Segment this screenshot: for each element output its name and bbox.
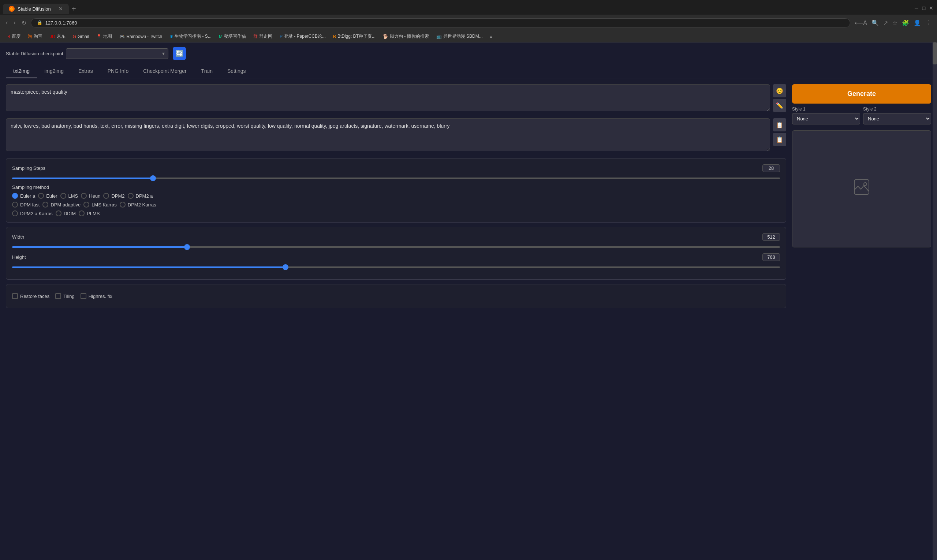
tiling-input[interactable] <box>55 293 61 299</box>
bookmark-taobao[interactable]: 淘 淘宝 <box>25 32 45 40</box>
radio-euler-a[interactable]: Euler a <box>12 193 35 199</box>
radio-dpm2-a[interactable]: DPM2 a <box>128 193 153 199</box>
height-slider[interactable] <box>12 266 780 268</box>
highres-fix-input[interactable] <box>80 293 86 299</box>
checkbox-row: Restore faces Tiling Highres. fix <box>12 290 780 302</box>
bookmark-icon: 🐕 <box>383 34 388 39</box>
radio-heun[interactable]: Heun <box>81 193 100 199</box>
radio-dpm-adaptive[interactable]: DPM adaptive <box>43 202 80 208</box>
tab-img2img[interactable]: img2img <box>37 65 71 78</box>
radio-dpm2-input[interactable] <box>103 193 109 199</box>
bookmark-anime[interactable]: 📺 异世界动漫 SBDM... <box>433 32 486 40</box>
radio-lms-label: LMS <box>68 193 78 199</box>
generate-btn[interactable]: Generate <box>792 84 931 103</box>
radio-dpm2-karras-input[interactable] <box>120 202 126 208</box>
style1-group: Style 1 None <box>792 106 860 125</box>
bookmark-more[interactable]: » <box>487 33 495 40</box>
highres-fix-checkbox[interactable]: Highres. fix <box>80 293 112 299</box>
radio-lms[interactable]: LMS <box>60 193 78 199</box>
bookmark-paperccb[interactable]: P 登录 - PaperCCB论... <box>277 32 329 40</box>
bookmark-jd[interactable]: JD 京东 <box>47 32 68 40</box>
radio-lms-karras-input[interactable] <box>83 202 89 208</box>
translate-btn[interactable]: ⟵A <box>853 18 869 28</box>
bookmark-icon: P <box>280 34 283 39</box>
tab-txt2img[interactable]: txt2img <box>6 65 37 78</box>
sampling-steps-slider[interactable] <box>12 177 780 179</box>
bookmark-label: 淘宝 <box>34 33 43 40</box>
forward-btn[interactable]: › <box>12 18 17 28</box>
edit-pen-btn[interactable]: ✏️ <box>773 99 786 112</box>
bookmark-qunzou[interactable]: 群 群走网 <box>250 32 275 40</box>
width-slider[interactable] <box>12 246 780 248</box>
bookmark-btdigg[interactable]: B BtDigg: BT种子资... <box>330 32 378 40</box>
minimize-btn[interactable]: ─ <box>914 5 919 11</box>
address-bar[interactable]: 🔒 127.0.0.1:7860 <box>31 18 851 28</box>
bookmark-bio[interactable]: ❄ 生物学习指南 - S... <box>166 32 214 40</box>
face-emoji-btn[interactable]: 😊 <box>773 84 786 97</box>
browser-tab-active[interactable]: 🔶 Stable Diffusion ✕ <box>3 4 69 14</box>
zoom-btn[interactable]: 🔍 <box>870 18 880 28</box>
radio-euler-input[interactable] <box>38 193 44 199</box>
radio-lms-karras[interactable]: LMS Karras <box>83 202 117 208</box>
tiling-checkbox[interactable]: Tiling <box>55 293 75 299</box>
menu-btn[interactable]: ⋮ <box>924 18 932 28</box>
tiling-label: Tiling <box>63 294 75 299</box>
bookmark-icon: B <box>333 34 336 39</box>
radio-ddim[interactable]: DDIM <box>55 211 76 216</box>
style2-select[interactable]: None <box>863 113 931 125</box>
radio-dpm2-a-input[interactable] <box>128 193 134 199</box>
bookmark-baidu[interactable]: B 百度 <box>5 32 23 40</box>
tab-bar: 🔶 Stable Diffusion ✕ + ─ □ ✕ <box>0 0 937 15</box>
scrollbar-thumb[interactable] <box>932 43 937 65</box>
restore-faces-checkbox[interactable]: Restore faces <box>12 293 49 299</box>
positive-prompt-input[interactable]: masterpiece, best quality <box>6 84 770 111</box>
radio-dpm2[interactable]: DPM2 <box>103 193 125 199</box>
share-btn[interactable]: ↗ <box>882 18 889 28</box>
close-btn[interactable]: ✕ <box>928 5 934 11</box>
radio-dpm2-karras[interactable]: DPM2 Karras <box>120 202 156 208</box>
positive-prompt-actions: 😊 ✏️ <box>773 84 786 115</box>
tab-close-btn[interactable]: ✕ <box>58 6 63 12</box>
tab-png-info[interactable]: PNG Info <box>100 65 136 78</box>
paste2-btn[interactable]: 📋 <box>773 133 786 146</box>
extensions-btn[interactable]: 🧩 <box>900 18 911 28</box>
radio-dpm-fast[interactable]: DPM fast <box>12 202 40 208</box>
bookmark-twitch[interactable]: 🎮 Rainbow6 - Twitch <box>116 33 165 40</box>
radio-ddim-input[interactable] <box>55 211 62 216</box>
radio-heun-input[interactable] <box>81 193 87 199</box>
radio-dpm-fast-input[interactable] <box>12 202 18 208</box>
checkpoint-select[interactable] <box>66 48 168 59</box>
bookmark-label: 磁力狗 - 懂你的搜索 <box>390 33 429 40</box>
tab-settings[interactable]: Settings <box>220 65 253 78</box>
sampling-method-label: Sampling method <box>12 185 780 190</box>
bookmark-gmail[interactable]: G Gmail <box>70 33 92 40</box>
bookmark-cigou[interactable]: 🐕 磁力狗 - 懂你的搜索 <box>380 32 432 40</box>
radio-dpm-adaptive-input[interactable] <box>43 202 48 208</box>
window-controls: ─ □ ✕ <box>914 5 934 12</box>
maximize-btn[interactable]: □ <box>921 5 927 11</box>
tab-extras[interactable]: Extras <box>71 65 100 78</box>
tab-checkpoint-merger[interactable]: Checkpoint Merger <box>136 65 194 78</box>
style1-select[interactable]: None <box>792 113 860 125</box>
radio-euler-a-input[interactable] <box>12 193 18 199</box>
bookmark-maps[interactable]: 📍 地图 <box>93 32 115 40</box>
radio-dpm2-a-karras-input[interactable] <box>12 211 18 216</box>
bookmark-mita[interactable]: M 秘塔写作猫 <box>216 32 249 40</box>
restore-faces-input[interactable] <box>12 293 18 299</box>
reload-btn[interactable]: ↻ <box>20 18 28 28</box>
negative-prompt-input[interactable]: nsfw, lowres, bad anatomy, bad hands, te… <box>6 118 770 151</box>
bookmark-btn[interactable]: ☆ <box>891 18 899 28</box>
radio-plms-input[interactable] <box>79 211 85 216</box>
radio-ddim-label: DDIM <box>64 211 76 216</box>
new-tab-btn[interactable]: + <box>69 5 79 13</box>
radio-lms-input[interactable] <box>60 193 66 199</box>
radio-euler[interactable]: Euler <box>38 193 57 199</box>
profile-btn[interactable]: 👤 <box>912 18 922 28</box>
tab-train[interactable]: Train <box>194 65 220 78</box>
refresh-btn[interactable]: 🔄 <box>173 47 186 60</box>
paste1-btn[interactable]: 📋 <box>773 118 786 131</box>
back-btn[interactable]: ‹ <box>5 18 9 28</box>
radio-dpm2-a-karras[interactable]: DPM2 a Karras <box>12 211 53 216</box>
radio-plms[interactable]: PLMS <box>79 211 100 216</box>
bookmark-icon: 淘 <box>28 33 32 40</box>
